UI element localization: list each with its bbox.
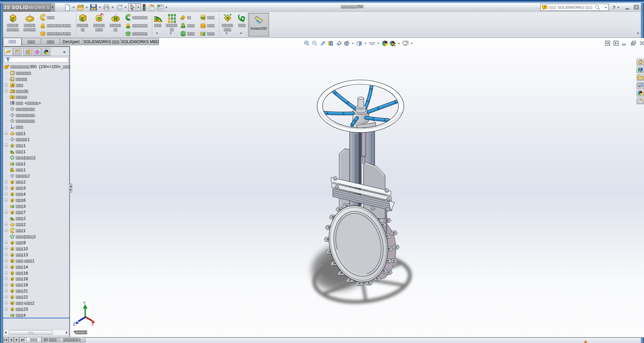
svg-text:X: X: [91, 322, 94, 327]
svg-text:Z: Z: [73, 322, 76, 327]
svg-text:?: ?: [543, 6, 545, 9]
